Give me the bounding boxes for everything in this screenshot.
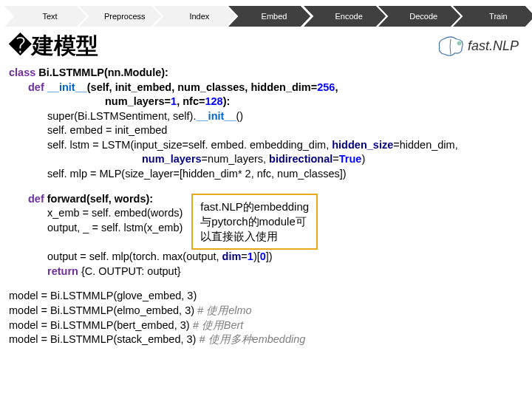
- code-line: self. mlp = MLP(size_layer=[hidden_dim* …: [9, 167, 519, 182]
- pipeline-step: Text: [4, 6, 86, 27]
- logo-text: fast.NLP: [468, 38, 519, 54]
- pipeline-step: Embed: [228, 6, 310, 27]
- code-line: model = Bi.LSTMMLP(glove_embed, 3): [9, 289, 519, 304]
- code-line: return {C. OUTPUT: output}: [9, 265, 519, 279]
- slide-title: �建模型: [9, 31, 98, 61]
- pipeline-step: Index: [154, 6, 236, 27]
- forward-block: def forward(self, words): x_emb = self. …: [9, 192, 519, 250]
- code-line: self. lstm = LSTM(input_size=self. embed…: [9, 138, 519, 153]
- code-line: model = Bi.LSTMMLP(stack_embed, 3) # 使用多…: [9, 332, 519, 347]
- code-line: self. embed = init_embed: [9, 123, 519, 138]
- callout-box: fast.NLP的embedding 与pytorch的module可 以直接嵌…: [191, 194, 318, 250]
- pipeline-step: Encode: [304, 6, 386, 27]
- callout-line: 以直接嵌入使用: [200, 229, 309, 244]
- svg-point-7: [457, 41, 462, 45]
- code-line: class Bi.LSTMMLP(nn.Module):: [9, 66, 519, 81]
- code-line: def __init__(self, init_embed, num_class…: [9, 81, 519, 95]
- code-line: model = Bi.LSTMMLP(bert_embed, 3) # 使用Be…: [9, 318, 519, 333]
- code-line: def forward(self, words):: [9, 192, 183, 207]
- callout-line: 与pytorch的module可: [200, 214, 309, 229]
- code-line: output = self. mlp(torch. max(output, di…: [9, 250, 519, 265]
- brain-icon: [437, 36, 465, 57]
- logo: fast.NLP: [437, 36, 519, 57]
- code-line: num_layers=num_layers, bidirectional=Tru…: [9, 152, 519, 167]
- pipeline-step: Decode: [378, 6, 460, 27]
- code-line: model = Bi.LSTMMLP(elmo_embed, 3) # 使用el…: [9, 304, 519, 318]
- code-line: output, _ = self. lstm(x_emb): [9, 221, 183, 236]
- code-content: class Bi.LSTMMLP(nn.Module): def __init_…: [0, 64, 532, 347]
- code-line: x_emb = self. embed(words): [9, 206, 183, 221]
- pipeline-steps: TextPreprocessIndexEmbedEncodeDecodeTrai…: [0, 0, 532, 27]
- code-line: super(Bi.LSTMSentiment, self).__init__(): [9, 109, 519, 124]
- code-line: num_layers=1, nfc=128):: [9, 95, 519, 109]
- title-row: �建模型 fast.NLP: [0, 27, 532, 64]
- callout-line: fast.NLP的embedding: [200, 200, 309, 214]
- pipeline-step: Preprocess: [79, 6, 161, 27]
- pipeline-step: Train: [453, 6, 532, 27]
